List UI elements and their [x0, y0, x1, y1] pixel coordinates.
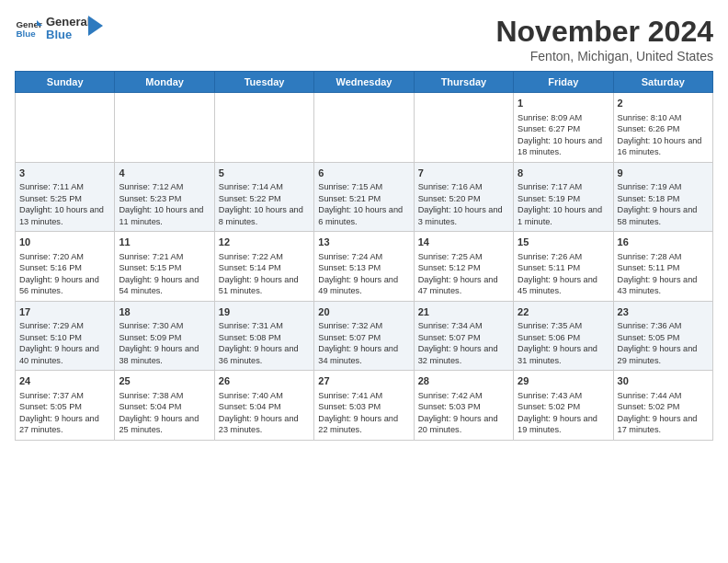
- day-number: 27: [318, 374, 409, 388]
- day-info: Sunrise: 7:32 AM Sunset: 5:07 PM Dayligh…: [318, 320, 409, 366]
- calendar-cell: 25Sunrise: 7:38 AM Sunset: 5:04 PM Dayli…: [115, 371, 214, 441]
- calendar-cell: 30Sunrise: 7:44 AM Sunset: 5:02 PM Dayli…: [613, 371, 712, 441]
- day-number: 9: [618, 167, 709, 180]
- day-info: Sunrise: 7:41 AM Sunset: 5:03 PM Dayligh…: [318, 390, 409, 436]
- day-number: 13: [318, 236, 409, 249]
- calendar-cell: 9Sunrise: 7:19 AM Sunset: 5:18 PM Daylig…: [613, 162, 712, 232]
- day-number: 14: [418, 236, 509, 249]
- day-number: 30: [618, 374, 709, 388]
- day-number: 3: [19, 167, 110, 180]
- calendar-cell: 28Sunrise: 7:42 AM Sunset: 5:03 PM Dayli…: [414, 371, 513, 441]
- day-info: Sunrise: 7:11 AM Sunset: 5:25 PM Dayligh…: [19, 181, 110, 227]
- calendar-cell: [115, 93, 214, 163]
- calendar-cell: 2Sunrise: 8:10 AM Sunset: 6:26 PM Daylig…: [613, 93, 712, 163]
- day-number: 7: [418, 167, 509, 180]
- calendar-cell: 5Sunrise: 7:14 AM Sunset: 5:22 PM Daylig…: [214, 162, 313, 232]
- day-number: 17: [19, 305, 110, 319]
- day-number: 5: [219, 167, 310, 180]
- day-info: Sunrise: 7:36 AM Sunset: 5:05 PM Dayligh…: [618, 320, 709, 366]
- calendar-cell: 27Sunrise: 7:41 AM Sunset: 5:03 PM Dayli…: [314, 371, 414, 441]
- day-number: 10: [19, 236, 110, 249]
- logo-blue: Blue: [46, 29, 90, 41]
- logo-arrow-icon: [88, 16, 103, 36]
- calendar-cell: 20Sunrise: 7:32 AM Sunset: 5:07 PM Dayli…: [314, 301, 414, 371]
- day-info: Sunrise: 8:09 AM Sunset: 6:27 PM Dayligh…: [518, 112, 609, 158]
- day-number: 23: [618, 305, 709, 319]
- day-number: 4: [119, 167, 210, 180]
- page-header: General Blue General Blue November 2024 …: [15, 15, 713, 63]
- day-info: Sunrise: 7:43 AM Sunset: 5:02 PM Dayligh…: [518, 390, 609, 436]
- calendar-cell: 29Sunrise: 7:43 AM Sunset: 5:02 PM Dayli…: [514, 371, 613, 441]
- logo: General Blue General Blue: [15, 15, 103, 42]
- calendar-cell: 16Sunrise: 7:28 AM Sunset: 5:11 PM Dayli…: [613, 232, 712, 302]
- calendar-cell: 6Sunrise: 7:15 AM Sunset: 5:21 PM Daylig…: [314, 162, 414, 232]
- day-info: Sunrise: 7:42 AM Sunset: 5:03 PM Dayligh…: [418, 390, 509, 436]
- calendar-cell: [314, 93, 414, 163]
- calendar-cell: 1Sunrise: 8:09 AM Sunset: 6:27 PM Daylig…: [514, 93, 613, 163]
- day-info: Sunrise: 7:29 AM Sunset: 5:10 PM Dayligh…: [19, 320, 110, 366]
- day-number: 21: [418, 305, 509, 319]
- calendar-cell: 26Sunrise: 7:40 AM Sunset: 5:04 PM Dayli…: [214, 371, 313, 441]
- calendar-cell: [16, 93, 115, 163]
- logo-icon: General Blue: [15, 15, 42, 42]
- calendar-cell: 14Sunrise: 7:25 AM Sunset: 5:12 PM Dayli…: [414, 232, 513, 302]
- calendar-table: SundayMondayTuesdayWednesdayThursdayFrid…: [15, 71, 713, 441]
- day-number: 12: [219, 236, 310, 249]
- weekday-header-thursday: Thursday: [414, 72, 513, 93]
- day-info: Sunrise: 7:30 AM Sunset: 5:09 PM Dayligh…: [119, 320, 210, 366]
- day-number: 16: [618, 236, 709, 249]
- day-info: Sunrise: 7:16 AM Sunset: 5:20 PM Dayligh…: [418, 181, 509, 227]
- day-info: Sunrise: 7:26 AM Sunset: 5:11 PM Dayligh…: [518, 251, 609, 297]
- day-info: Sunrise: 7:38 AM Sunset: 5:04 PM Dayligh…: [119, 390, 210, 436]
- day-info: Sunrise: 7:31 AM Sunset: 5:08 PM Dayligh…: [219, 320, 310, 366]
- day-info: Sunrise: 7:20 AM Sunset: 5:16 PM Dayligh…: [19, 251, 110, 297]
- location: Fenton, Michigan, United States: [495, 49, 713, 63]
- day-info: Sunrise: 8:10 AM Sunset: 6:26 PM Dayligh…: [618, 112, 709, 158]
- day-info: Sunrise: 7:25 AM Sunset: 5:12 PM Dayligh…: [418, 251, 509, 297]
- calendar-cell: 24Sunrise: 7:37 AM Sunset: 5:05 PM Dayli…: [16, 371, 115, 441]
- day-number: 24: [19, 374, 110, 388]
- calendar-cell: 12Sunrise: 7:22 AM Sunset: 5:14 PM Dayli…: [214, 232, 313, 302]
- weekday-header-saturday: Saturday: [613, 72, 712, 93]
- day-number: 26: [219, 374, 310, 388]
- day-number: 22: [518, 305, 609, 319]
- month-title: November 2024: [495, 15, 713, 49]
- calendar-cell: 8Sunrise: 7:17 AM Sunset: 5:19 PM Daylig…: [514, 162, 613, 232]
- calendar-cell: 3Sunrise: 7:11 AM Sunset: 5:25 PM Daylig…: [16, 162, 115, 232]
- svg-text:Blue: Blue: [17, 29, 37, 39]
- day-number: 28: [418, 374, 509, 388]
- day-number: 18: [119, 305, 210, 319]
- day-info: Sunrise: 7:44 AM Sunset: 5:02 PM Dayligh…: [618, 390, 709, 436]
- day-info: Sunrise: 7:24 AM Sunset: 5:13 PM Dayligh…: [318, 251, 409, 297]
- calendar-cell: 10Sunrise: 7:20 AM Sunset: 5:16 PM Dayli…: [16, 232, 115, 302]
- day-info: Sunrise: 7:37 AM Sunset: 5:05 PM Dayligh…: [19, 390, 110, 436]
- day-info: Sunrise: 7:21 AM Sunset: 5:15 PM Dayligh…: [119, 251, 210, 297]
- day-number: 15: [518, 236, 609, 249]
- calendar-header: SundayMondayTuesdayWednesdayThursdayFrid…: [16, 72, 713, 93]
- weekday-header-friday: Friday: [514, 72, 613, 93]
- calendar-cell: 17Sunrise: 7:29 AM Sunset: 5:10 PM Dayli…: [16, 301, 115, 371]
- calendar-cell: [214, 93, 313, 163]
- weekday-header-tuesday: Tuesday: [214, 72, 313, 93]
- day-info: Sunrise: 7:17 AM Sunset: 5:19 PM Dayligh…: [518, 181, 609, 227]
- svg-marker-3: [88, 16, 103, 36]
- day-info: Sunrise: 7:40 AM Sunset: 5:04 PM Dayligh…: [219, 390, 310, 436]
- day-number: 29: [518, 374, 609, 388]
- day-number: 8: [518, 167, 609, 180]
- day-number: 1: [518, 97, 609, 110]
- day-info: Sunrise: 7:28 AM Sunset: 5:11 PM Dayligh…: [618, 251, 709, 297]
- day-info: Sunrise: 7:35 AM Sunset: 5:06 PM Dayligh…: [518, 320, 609, 366]
- day-info: Sunrise: 7:15 AM Sunset: 5:21 PM Dayligh…: [318, 181, 409, 227]
- calendar-cell: 7Sunrise: 7:16 AM Sunset: 5:20 PM Daylig…: [414, 162, 513, 232]
- weekday-header-sunday: Sunday: [16, 72, 115, 93]
- day-info: Sunrise: 7:12 AM Sunset: 5:23 PM Dayligh…: [119, 181, 210, 227]
- day-info: Sunrise: 7:14 AM Sunset: 5:22 PM Dayligh…: [219, 181, 310, 227]
- day-info: Sunrise: 7:22 AM Sunset: 5:14 PM Dayligh…: [219, 251, 310, 297]
- weekday-header-monday: Monday: [115, 72, 214, 93]
- calendar-cell: 13Sunrise: 7:24 AM Sunset: 5:13 PM Dayli…: [314, 232, 414, 302]
- calendar-cell: [414, 93, 513, 163]
- calendar-cell: 21Sunrise: 7:34 AM Sunset: 5:07 PM Dayli…: [414, 301, 513, 371]
- weekday-header-wednesday: Wednesday: [314, 72, 414, 93]
- calendar-cell: 18Sunrise: 7:30 AM Sunset: 5:09 PM Dayli…: [115, 301, 214, 371]
- calendar-cell: 23Sunrise: 7:36 AM Sunset: 5:05 PM Dayli…: [613, 301, 712, 371]
